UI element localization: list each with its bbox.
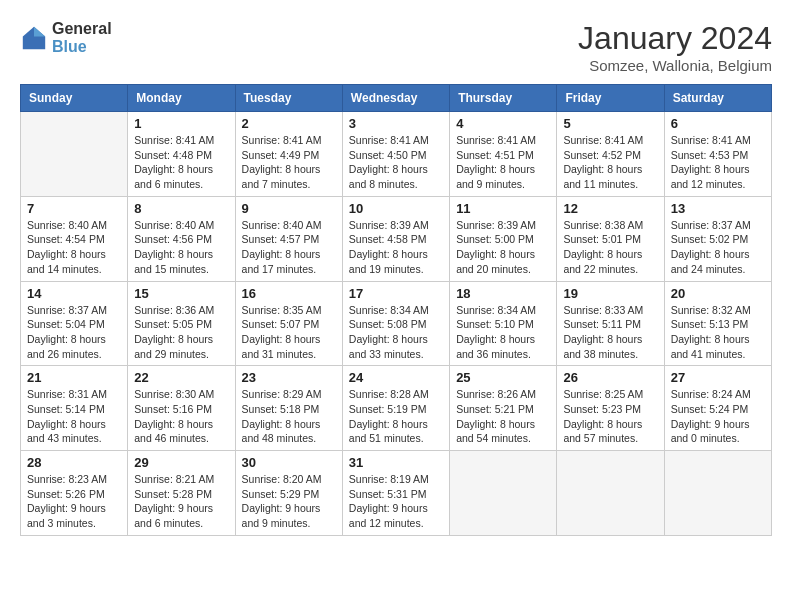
day-info: Sunrise: 8:33 AM Sunset: 5:11 PM Dayligh… xyxy=(563,303,657,362)
calendar-cell: 22Sunrise: 8:30 AM Sunset: 5:16 PM Dayli… xyxy=(128,366,235,451)
day-info: Sunrise: 8:37 AM Sunset: 5:04 PM Dayligh… xyxy=(27,303,121,362)
day-info: Sunrise: 8:41 AM Sunset: 4:49 PM Dayligh… xyxy=(242,133,336,192)
calendar-week-4: 21Sunrise: 8:31 AM Sunset: 5:14 PM Dayli… xyxy=(21,366,772,451)
calendar-cell: 9Sunrise: 8:40 AM Sunset: 4:57 PM Daylig… xyxy=(235,196,342,281)
day-number: 29 xyxy=(134,455,228,470)
day-number: 18 xyxy=(456,286,550,301)
day-number: 6 xyxy=(671,116,765,131)
calendar-cell: 19Sunrise: 8:33 AM Sunset: 5:11 PM Dayli… xyxy=(557,281,664,366)
day-info: Sunrise: 8:28 AM Sunset: 5:19 PM Dayligh… xyxy=(349,387,443,446)
day-number: 3 xyxy=(349,116,443,131)
day-info: Sunrise: 8:21 AM Sunset: 5:28 PM Dayligh… xyxy=(134,472,228,531)
day-number: 23 xyxy=(242,370,336,385)
calendar-cell: 29Sunrise: 8:21 AM Sunset: 5:28 PM Dayli… xyxy=(128,451,235,536)
calendar-header-row: SundayMondayTuesdayWednesdayThursdayFrid… xyxy=(21,85,772,112)
calendar-cell: 5Sunrise: 8:41 AM Sunset: 4:52 PM Daylig… xyxy=(557,112,664,197)
calendar-cell xyxy=(21,112,128,197)
calendar-cell xyxy=(450,451,557,536)
day-number: 12 xyxy=(563,201,657,216)
day-header-tuesday: Tuesday xyxy=(235,85,342,112)
day-info: Sunrise: 8:41 AM Sunset: 4:53 PM Dayligh… xyxy=(671,133,765,192)
day-info: Sunrise: 8:40 AM Sunset: 4:54 PM Dayligh… xyxy=(27,218,121,277)
day-info: Sunrise: 8:25 AM Sunset: 5:23 PM Dayligh… xyxy=(563,387,657,446)
calendar-cell: 3Sunrise: 8:41 AM Sunset: 4:50 PM Daylig… xyxy=(342,112,449,197)
day-number: 14 xyxy=(27,286,121,301)
day-number: 28 xyxy=(27,455,121,470)
day-info: Sunrise: 8:34 AM Sunset: 5:10 PM Dayligh… xyxy=(456,303,550,362)
day-header-thursday: Thursday xyxy=(450,85,557,112)
calendar-week-2: 7Sunrise: 8:40 AM Sunset: 4:54 PM Daylig… xyxy=(21,196,772,281)
calendar-cell: 10Sunrise: 8:39 AM Sunset: 4:58 PM Dayli… xyxy=(342,196,449,281)
day-number: 16 xyxy=(242,286,336,301)
day-info: Sunrise: 8:34 AM Sunset: 5:08 PM Dayligh… xyxy=(349,303,443,362)
day-info: Sunrise: 8:41 AM Sunset: 4:51 PM Dayligh… xyxy=(456,133,550,192)
day-info: Sunrise: 8:23 AM Sunset: 5:26 PM Dayligh… xyxy=(27,472,121,531)
day-info: Sunrise: 8:41 AM Sunset: 4:52 PM Dayligh… xyxy=(563,133,657,192)
day-header-friday: Friday xyxy=(557,85,664,112)
day-number: 9 xyxy=(242,201,336,216)
day-header-saturday: Saturday xyxy=(664,85,771,112)
calendar-cell: 21Sunrise: 8:31 AM Sunset: 5:14 PM Dayli… xyxy=(21,366,128,451)
logo-icon xyxy=(20,24,48,52)
day-info: Sunrise: 8:36 AM Sunset: 5:05 PM Dayligh… xyxy=(134,303,228,362)
calendar-cell: 17Sunrise: 8:34 AM Sunset: 5:08 PM Dayli… xyxy=(342,281,449,366)
day-number: 19 xyxy=(563,286,657,301)
day-number: 17 xyxy=(349,286,443,301)
calendar-cell: 26Sunrise: 8:25 AM Sunset: 5:23 PM Dayli… xyxy=(557,366,664,451)
day-info: Sunrise: 8:31 AM Sunset: 5:14 PM Dayligh… xyxy=(27,387,121,446)
title-section: January 2024 Somzee, Wallonia, Belgium xyxy=(578,20,772,74)
day-info: Sunrise: 8:38 AM Sunset: 5:01 PM Dayligh… xyxy=(563,218,657,277)
calendar-cell: 23Sunrise: 8:29 AM Sunset: 5:18 PM Dayli… xyxy=(235,366,342,451)
day-info: Sunrise: 8:40 AM Sunset: 4:56 PM Dayligh… xyxy=(134,218,228,277)
calendar-cell: 15Sunrise: 8:36 AM Sunset: 5:05 PM Dayli… xyxy=(128,281,235,366)
day-info: Sunrise: 8:20 AM Sunset: 5:29 PM Dayligh… xyxy=(242,472,336,531)
day-info: Sunrise: 8:39 AM Sunset: 5:00 PM Dayligh… xyxy=(456,218,550,277)
day-info: Sunrise: 8:32 AM Sunset: 5:13 PM Dayligh… xyxy=(671,303,765,362)
calendar-cell: 24Sunrise: 8:28 AM Sunset: 5:19 PM Dayli… xyxy=(342,366,449,451)
calendar-cell: 25Sunrise: 8:26 AM Sunset: 5:21 PM Dayli… xyxy=(450,366,557,451)
day-info: Sunrise: 8:41 AM Sunset: 4:48 PM Dayligh… xyxy=(134,133,228,192)
day-info: Sunrise: 8:40 AM Sunset: 4:57 PM Dayligh… xyxy=(242,218,336,277)
day-number: 27 xyxy=(671,370,765,385)
day-info: Sunrise: 8:29 AM Sunset: 5:18 PM Dayligh… xyxy=(242,387,336,446)
day-info: Sunrise: 8:39 AM Sunset: 4:58 PM Dayligh… xyxy=(349,218,443,277)
day-header-monday: Monday xyxy=(128,85,235,112)
day-number: 26 xyxy=(563,370,657,385)
day-number: 15 xyxy=(134,286,228,301)
calendar-cell: 13Sunrise: 8:37 AM Sunset: 5:02 PM Dayli… xyxy=(664,196,771,281)
day-number: 11 xyxy=(456,201,550,216)
calendar-week-3: 14Sunrise: 8:37 AM Sunset: 5:04 PM Dayli… xyxy=(21,281,772,366)
day-info: Sunrise: 8:35 AM Sunset: 5:07 PM Dayligh… xyxy=(242,303,336,362)
calendar-cell: 12Sunrise: 8:38 AM Sunset: 5:01 PM Dayli… xyxy=(557,196,664,281)
logo: General Blue xyxy=(20,20,112,56)
calendar-week-5: 28Sunrise: 8:23 AM Sunset: 5:26 PM Dayli… xyxy=(21,451,772,536)
calendar-cell: 30Sunrise: 8:20 AM Sunset: 5:29 PM Dayli… xyxy=(235,451,342,536)
header: General Blue January 2024 Somzee, Wallon… xyxy=(20,20,772,74)
month-title: January 2024 xyxy=(578,20,772,57)
day-info: Sunrise: 8:41 AM Sunset: 4:50 PM Dayligh… xyxy=(349,133,443,192)
day-number: 4 xyxy=(456,116,550,131)
calendar-cell: 31Sunrise: 8:19 AM Sunset: 5:31 PM Dayli… xyxy=(342,451,449,536)
day-number: 22 xyxy=(134,370,228,385)
day-number: 5 xyxy=(563,116,657,131)
calendar-cell: 2Sunrise: 8:41 AM Sunset: 4:49 PM Daylig… xyxy=(235,112,342,197)
calendar-cell: 7Sunrise: 8:40 AM Sunset: 4:54 PM Daylig… xyxy=(21,196,128,281)
calendar-cell xyxy=(557,451,664,536)
calendar-cell: 14Sunrise: 8:37 AM Sunset: 5:04 PM Dayli… xyxy=(21,281,128,366)
day-number: 30 xyxy=(242,455,336,470)
day-number: 13 xyxy=(671,201,765,216)
calendar-cell: 27Sunrise: 8:24 AM Sunset: 5:24 PM Dayli… xyxy=(664,366,771,451)
day-number: 25 xyxy=(456,370,550,385)
day-info: Sunrise: 8:19 AM Sunset: 5:31 PM Dayligh… xyxy=(349,472,443,531)
calendar-cell: 20Sunrise: 8:32 AM Sunset: 5:13 PM Dayli… xyxy=(664,281,771,366)
day-number: 31 xyxy=(349,455,443,470)
logo-text: General Blue xyxy=(52,20,112,56)
day-number: 1 xyxy=(134,116,228,131)
day-number: 21 xyxy=(27,370,121,385)
day-number: 7 xyxy=(27,201,121,216)
day-number: 24 xyxy=(349,370,443,385)
calendar-cell: 11Sunrise: 8:39 AM Sunset: 5:00 PM Dayli… xyxy=(450,196,557,281)
day-header-wednesday: Wednesday xyxy=(342,85,449,112)
day-number: 10 xyxy=(349,201,443,216)
day-header-sunday: Sunday xyxy=(21,85,128,112)
